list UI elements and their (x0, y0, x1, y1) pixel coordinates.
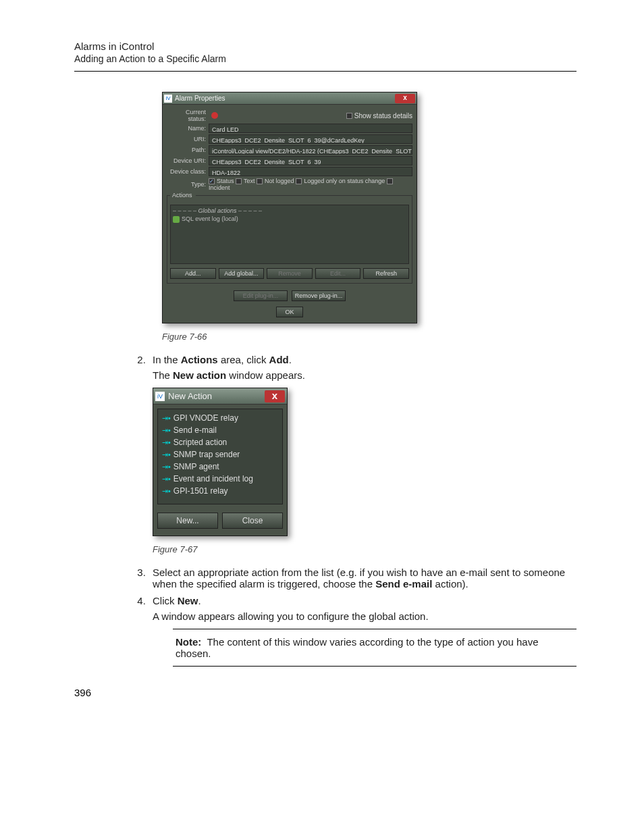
step-2: In the Actions area, click Add. The New … (149, 354, 576, 554)
label-current-status: Current status: (167, 109, 209, 122)
status-dot-icon (211, 112, 218, 119)
action-item-sql[interactable]: SQL event log (local) (173, 215, 406, 223)
header-rule (74, 71, 576, 72)
note-box: Note: The content of this window varies … (173, 629, 576, 667)
label-name: Name: (167, 125, 209, 132)
figure-caption-1: Figure 7-66 (162, 332, 576, 342)
show-status-details-label: Show status details (354, 112, 412, 120)
refresh-button[interactable]: Refresh (363, 268, 409, 279)
type-text-label: Text (244, 178, 255, 184)
type-status-label: Status (217, 178, 234, 184)
actions-legend: Actions (170, 192, 196, 199)
type-loggedchange-checkbox[interactable]: Logged only on status change (296, 178, 385, 184)
type-status-checkbox[interactable]: Status (209, 178, 234, 184)
new-action-window: iV New Action x ⇥•GPI VNODE relay ⇥•Send… (153, 388, 288, 536)
field-device-class[interactable]: HDA-1822 (209, 167, 412, 176)
alarm-properties-window: iV Alarm Properties x Current status: Sh… (162, 92, 417, 323)
action-option[interactable]: ⇥•SNMP trap sender (162, 448, 278, 461)
new-action-titlebar[interactable]: iV New Action x (153, 388, 287, 405)
actions-list[interactable]: – – – – – Global actions – – – – – SQL e… (170, 205, 409, 264)
new-button[interactable]: New... (157, 513, 218, 529)
close-button[interactable]: Close (222, 513, 283, 529)
type-incident-label: Incident (209, 184, 230, 191)
show-status-details-checkbox[interactable]: Show status details (346, 112, 412, 120)
plug-icon: ⇥• (162, 463, 171, 471)
action-option[interactable]: ⇥•GPI VNODE relay (162, 412, 278, 424)
header-subtitle: Adding an Action to a Specific Alarm (74, 53, 576, 64)
field-name[interactable]: Card LED (209, 124, 412, 133)
edit-button[interactable]: Edit... (315, 268, 361, 279)
app-logo-icon: iV (164, 95, 172, 103)
add-global-button[interactable]: Add global... (219, 268, 265, 279)
actions-group: Actions – – – – – Global actions – – – –… (167, 195, 412, 284)
edit-plugin-button[interactable]: Edit plug-in... (234, 290, 288, 301)
type-loggedchange-label: Logged only on status change (304, 178, 385, 184)
page-number: 396 (74, 687, 576, 698)
new-action-list[interactable]: ⇥•GPI VNODE relay ⇥•Send e-mail ⇥•Script… (157, 409, 283, 504)
type-notlogged-checkbox[interactable]: Not logged (257, 178, 294, 184)
field-path[interactable]: iControl/Logical view/DCE2/HDA-1822 (CHE… (209, 145, 412, 155)
plug-icon: ⇥• (162, 487, 171, 496)
app-logo-icon: iV (155, 392, 165, 401)
new-action-title: New Action (168, 391, 265, 401)
plug-icon: ⇥• (162, 414, 171, 423)
action-option[interactable]: ⇥•Event and incident log (162, 473, 278, 485)
field-uri[interactable]: CHEapps3_DCE2_Densite_SLOT_6_39@dCardLed… (209, 134, 412, 144)
database-icon (173, 216, 180, 223)
field-device-uri[interactable]: CHEapps3_DCE2_Densite_SLOT_6_39 (209, 156, 412, 165)
close-icon[interactable]: x (265, 390, 285, 402)
action-option[interactable]: ⇥•Scripted action (162, 436, 278, 448)
plug-icon: ⇥• (162, 426, 171, 435)
action-option[interactable]: ⇥•SNMP agent (162, 461, 278, 473)
label-path: Path: (167, 147, 209, 153)
plug-icon: ⇥• (162, 450, 171, 459)
remove-button[interactable]: Remove (267, 268, 313, 279)
type-notlogged-label: Not logged (265, 178, 294, 184)
label-type: Type: (167, 181, 209, 188)
step-4: Click New. A window appears allowing you… (149, 595, 576, 667)
type-text-checkbox[interactable]: Text (236, 178, 255, 184)
alarm-titlebar[interactable]: iV Alarm Properties x (163, 93, 417, 105)
add-button[interactable]: Add... (170, 268, 216, 279)
close-icon[interactable]: x (395, 94, 415, 103)
action-option[interactable]: ⇥•GPI-1501 relay (162, 485, 278, 497)
remove-plugin-button[interactable]: Remove plug-in... (292, 290, 346, 301)
plug-icon: ⇥• (162, 438, 171, 447)
global-actions-header: – – – – – Global actions – – – – – (173, 207, 406, 214)
ok-button[interactable]: OK (276, 307, 303, 317)
label-device-uri: Device URI: (167, 157, 209, 164)
action-option[interactable]: ⇥•Send e-mail (162, 424, 278, 436)
figure-caption-2: Figure 7-67 (153, 544, 576, 554)
step-3: Select an appropriate action from the li… (149, 567, 576, 590)
label-device-class: Device class: (167, 168, 209, 175)
header-title: Alarms in iControl (74, 41, 576, 52)
alarm-window-title: Alarm Properties (175, 95, 395, 102)
plug-icon: ⇥• (162, 475, 171, 484)
label-uri: URI: (167, 136, 209, 142)
action-item-sql-label: SQL event log (local) (182, 215, 238, 222)
